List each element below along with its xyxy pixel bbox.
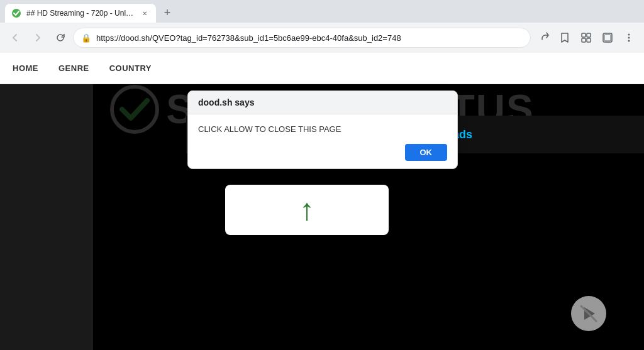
dialog-body: CLICK ALLOW TO CLOSE THIS PAGE bbox=[188, 114, 457, 139]
tab-bar: ## HD Streaming - 720p - Unlim... ✕ + bbox=[0, 0, 644, 23]
tab-title: ## HD Streaming - 720p - Unlim... bbox=[26, 9, 135, 18]
svg-rect-1 bbox=[582, 33, 586, 37]
svg-point-9 bbox=[628, 40, 630, 42]
extension-button[interactable] bbox=[576, 28, 596, 48]
browser-frame: ## HD Streaming - 720p - Unlim... ✕ + 🔒 … bbox=[0, 0, 644, 350]
svg-point-7 bbox=[628, 34, 630, 36]
svg-rect-2 bbox=[587, 33, 591, 37]
dialog-ok-button[interactable]: OK bbox=[405, 144, 448, 161]
menu-button[interactable] bbox=[619, 28, 639, 48]
tab-favicon bbox=[11, 8, 21, 18]
svg-point-8 bbox=[628, 37, 630, 39]
bookmark-button[interactable] bbox=[555, 28, 575, 48]
dialog-box: dood.sh says CLICK ALLOW TO CLOSE THIS P… bbox=[187, 90, 458, 169]
toolbar-icons bbox=[533, 28, 639, 48]
url-text: https://dood.sh/QVEO?tag_id=762738&sub_i… bbox=[96, 33, 523, 43]
refresh-button[interactable] bbox=[50, 28, 70, 48]
browser-toolbar: 🔒 https://dood.sh/QVEO?tag_id=762738&sub… bbox=[0, 23, 644, 53]
svg-rect-4 bbox=[587, 38, 591, 42]
share-button[interactable] bbox=[533, 28, 553, 48]
svg-rect-6 bbox=[604, 35, 611, 41]
address-bar[interactable]: 🔒 https://dood.sh/QVEO?tag_id=762738&sub… bbox=[73, 28, 531, 48]
tab-close-button[interactable]: ✕ bbox=[140, 8, 150, 18]
svg-rect-3 bbox=[582, 38, 586, 42]
dialog-header: dood.sh says bbox=[188, 91, 457, 114]
active-tab[interactable]: ## HD Streaming - 720p - Unlim... ✕ bbox=[5, 4, 156, 23]
back-button[interactable] bbox=[5, 28, 25, 48]
new-tab-button[interactable]: + bbox=[158, 4, 176, 21]
dialog-overlay: dood.sh says CLICK ALLOW TO CLOSE THIS P… bbox=[0, 53, 644, 350]
dialog-footer: OK bbox=[188, 139, 457, 168]
lock-icon: 🔒 bbox=[81, 33, 91, 43]
page-content: HOME GENRE COUNTRY SECUREDSTATUS 🎬 HD bbox=[0, 53, 644, 350]
split-view-button[interactable] bbox=[597, 28, 618, 48]
forward-button[interactable] bbox=[28, 28, 48, 48]
